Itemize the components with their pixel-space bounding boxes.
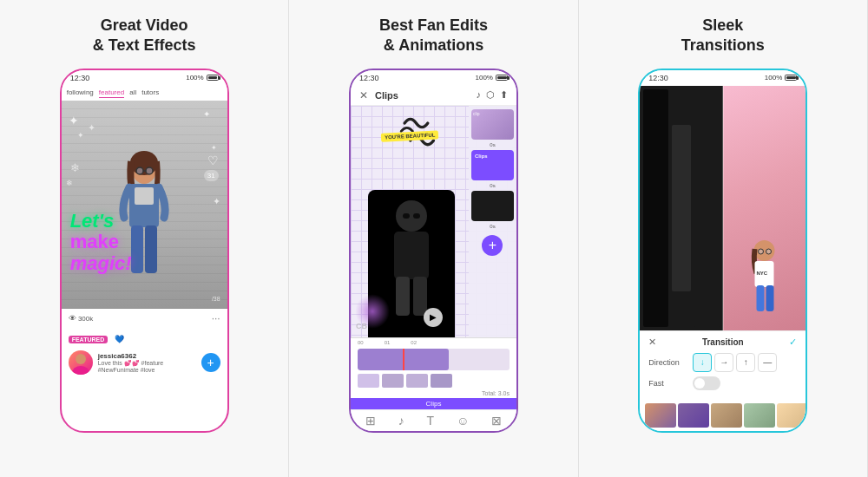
clip-label-1: 0s <box>471 142 514 147</box>
timeline-area: 00 01 02 Total: 3.0s <box>351 337 516 398</box>
tab-tutors[interactable]: tutors <box>141 88 159 98</box>
sparkle-4: ✦ <box>203 109 210 119</box>
phone1-video-area: ✦ ✦ ✦ ✦ ✦ ❄ ❄ ✦ ♡ 31 Let's make magic! /… <box>62 101 227 309</box>
featured-row: FEATURED 💙 <box>62 328 227 347</box>
status-right-3: 100% <box>765 74 797 82</box>
thumb-strip-item <box>358 374 379 388</box>
svg-point-12 <box>396 200 427 232</box>
status-bar-3: 12:30 100% <box>640 70 806 86</box>
panel-2: Best Fan Edits & Animations 12:30 100% ✕… <box>289 0 578 477</box>
transition-header: ✕ Transition ✓ <box>648 337 797 348</box>
user-caption: Love this 💕💕 #feature <box>98 360 196 367</box>
add-clip-btn[interactable]: + <box>482 235 503 256</box>
username: jessica6362 <box>98 352 196 360</box>
film-frame-5[interactable] <box>777 403 806 428</box>
user-avatar <box>69 350 93 375</box>
film-frame-4[interactable] <box>744 403 775 428</box>
sparkle-2: ✦ <box>77 131 84 140</box>
canvas-area: YOU'RE BEAUTIFUL CB <box>351 106 516 337</box>
clips-bar: Clips <box>351 398 516 409</box>
play-button-2[interactable]: ▶ <box>424 308 443 327</box>
svg-point-23 <box>758 249 763 254</box>
nav-sticker[interactable]: ☺ <box>457 414 469 428</box>
transition-line <box>722 86 723 330</box>
share-icon[interactable]: ⬆ <box>500 89 508 101</box>
toggle-thumb <box>694 378 705 389</box>
user-info: jessica6362 Love this 💕💕 #feature #NewFu… <box>98 352 196 373</box>
clips-title: Clips <box>375 90 470 101</box>
total-duration: Total: 3.0s <box>351 389 516 397</box>
tab-all[interactable]: all <box>129 88 136 98</box>
svg-rect-16 <box>403 213 410 219</box>
music-icon[interactable]: ♪ <box>476 89 481 101</box>
panel-1-title: Great Video & Text Effects <box>93 16 196 56</box>
status-time-2: 12:30 <box>359 74 379 82</box>
status-right-1: 100% <box>186 74 218 82</box>
battery-icon-2 <box>496 75 508 81</box>
dir-btn-left[interactable]: — <box>758 353 777 372</box>
battery-icon-3 <box>785 75 797 81</box>
phone-mockup-2: 12:30 100% ✕ Clips ♪ ⬡ ⬆ <box>349 69 518 433</box>
panel-2-title: Best Fan Edits & Animations <box>379 16 488 56</box>
nav-text[interactable]: T <box>427 414 435 428</box>
svg-point-24 <box>766 249 771 254</box>
film-frame-2[interactable] <box>678 403 709 428</box>
svg-rect-22 <box>766 285 773 311</box>
sparkle-3: ✦ <box>88 122 95 134</box>
status-time-1: 12:30 <box>70 74 90 82</box>
clip-thumb-1[interactable]: clip <box>471 109 514 140</box>
nav-crop[interactable]: ⊠ <box>491 414 502 428</box>
nav-music[interactable]: ♪ <box>398 414 404 428</box>
filmstrip <box>640 400 806 431</box>
panel-3-title: Sleek Transitions <box>681 16 765 56</box>
layers-icon[interactable]: ⬡ <box>486 89 495 101</box>
nav-home[interactable]: ⊞ <box>365 414 376 428</box>
direction-label: Direction <box>648 358 687 367</box>
stats-row: 👁 300k ··· <box>62 309 227 328</box>
tab-featured[interactable]: featured <box>99 88 124 98</box>
svg-point-10 <box>72 366 89 375</box>
thumb-strip-item <box>406 374 428 388</box>
sparkle-7: ❄ <box>66 179 73 187</box>
confirm-transition[interactable]: ✓ <box>789 337 797 348</box>
status-right-2: 100% <box>476 74 508 82</box>
bottom-nav-2: ⊞ ♪ T ☺ ⊠ <box>351 409 516 431</box>
playhead <box>403 349 404 370</box>
more-options[interactable]: ··· <box>212 312 220 324</box>
speed-toggle[interactable] <box>693 376 720 390</box>
clips-side-panel: clip 0s Clips 0s 0s + <box>469 106 516 337</box>
sparkle-8: ✦ <box>213 196 220 207</box>
panel-1: Great Video & Text Effects 12:30 100% fo… <box>0 0 289 477</box>
views-count: 👁 300k <box>69 314 94 323</box>
film-frame-3[interactable] <box>711 403 742 428</box>
video-area-3: NYC <box>640 86 806 330</box>
svg-text:NYC: NYC <box>756 271 767 276</box>
timeline-ruler: 00 01 02 <box>351 338 516 347</box>
svg-rect-5 <box>145 225 157 273</box>
close-transition[interactable]: ✕ <box>648 337 656 348</box>
dir-btn-down[interactable]: ↓ <box>693 353 712 372</box>
user-row: jessica6362 Love this 💕💕 #feature #NewFu… <box>62 347 227 378</box>
phone-mockup-1: 12:30 100% following featured all tutors <box>60 69 229 433</box>
film-frame-1[interactable] <box>645 403 676 428</box>
video-panel-right: NYC <box>723 86 806 330</box>
svg-point-6 <box>136 167 143 174</box>
dir-btn-right[interactable]: → <box>714 353 733 372</box>
svg-rect-21 <box>756 285 764 311</box>
clip-thumb-2-active[interactable]: Clips <box>471 150 514 180</box>
heart-button[interactable]: ♡ <box>207 153 219 168</box>
status-bar-1: 12:30 100% <box>62 70 227 86</box>
fab-button-1[interactable]: + <box>201 353 220 372</box>
battery-pct-1: 100% <box>186 74 203 82</box>
close-btn-2[interactable]: ✕ <box>359 89 368 101</box>
transition-panel: ✕ Transition ✓ Direction ↓ → ↑ — F <box>640 330 806 400</box>
dir-btn-up[interactable]: ↑ <box>736 353 755 372</box>
text-overlay: Let's make magic! <box>70 211 132 274</box>
direction-buttons: ↓ → ↑ — <box>693 353 777 372</box>
svg-rect-17 <box>413 213 420 219</box>
transition-title: Transition <box>702 337 744 347</box>
timeline-track[interactable] <box>358 349 510 370</box>
clip-thumb-3[interactable] <box>471 191 514 221</box>
panel-3: Sleek Transitions 12:30 100% <box>579 0 868 477</box>
tab-following[interactable]: following <box>67 88 94 98</box>
